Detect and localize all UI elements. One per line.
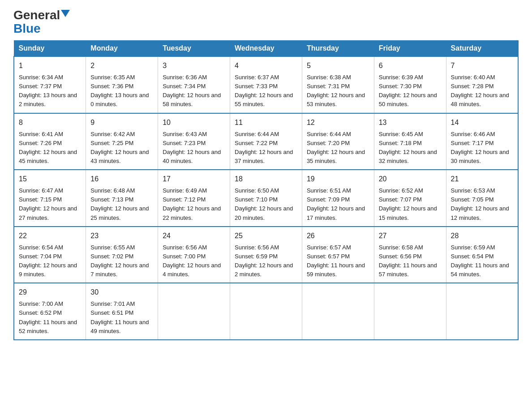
day-number: 16: [90, 174, 153, 184]
day-number: 23: [90, 231, 153, 241]
day-number: 2: [90, 60, 153, 71]
weekday-header-tuesday: Tuesday: [158, 41, 230, 57]
day-info: Sunrise: 6:41 AMSunset: 7:26 PMDaylight:…: [19, 130, 81, 166]
week-row-5: 29Sunrise: 7:00 AMSunset: 6:52 PMDayligh…: [14, 283, 518, 340]
day-number: 29: [19, 287, 81, 298]
calendar-cell: 3Sunrise: 6:36 AMSunset: 7:34 PMDaylight…: [158, 56, 230, 113]
day-number: 19: [307, 174, 369, 184]
weekday-header-row: SundayMondayTuesdayWednesdayThursdayFrid…: [14, 41, 518, 57]
day-number: 27: [379, 231, 442, 241]
day-info: Sunrise: 7:01 AMSunset: 6:51 PMDaylight:…: [90, 300, 153, 336]
calendar-cell: 20Sunrise: 6:52 AMSunset: 7:07 PMDayligh…: [374, 170, 446, 227]
weekday-header-saturday: Saturday: [446, 41, 518, 57]
day-number: 17: [163, 174, 225, 184]
day-info: Sunrise: 6:43 AMSunset: 7:23 PMDaylight:…: [163, 130, 225, 166]
day-info: Sunrise: 6:55 AMSunset: 7:02 PMDaylight:…: [90, 243, 153, 279]
day-info: Sunrise: 6:36 AMSunset: 7:34 PMDaylight:…: [163, 73, 225, 109]
calendar-cell: [374, 283, 446, 340]
day-number: 3: [163, 60, 225, 71]
logo: General Blue: [13, 9, 70, 36]
calendar-cell: 28Sunrise: 6:59 AMSunset: 6:54 PMDayligh…: [446, 227, 518, 283]
day-info: Sunrise: 6:45 AMSunset: 7:18 PMDaylight:…: [379, 130, 442, 166]
calendar-cell: 21Sunrise: 6:53 AMSunset: 7:05 PMDayligh…: [446, 170, 518, 227]
day-number: 1: [19, 60, 81, 71]
day-info: Sunrise: 6:34 AMSunset: 7:37 PMDaylight:…: [19, 73, 81, 109]
calendar-cell: 25Sunrise: 6:56 AMSunset: 6:59 PMDayligh…: [230, 227, 302, 283]
day-info: Sunrise: 6:57 AMSunset: 6:57 PMDaylight:…: [307, 243, 369, 279]
calendar-cell: 24Sunrise: 6:56 AMSunset: 7:00 PMDayligh…: [158, 227, 230, 283]
weekday-header-thursday: Thursday: [302, 41, 374, 57]
day-number: 14: [451, 117, 513, 128]
calendar-cell: [230, 283, 302, 340]
day-info: Sunrise: 6:49 AMSunset: 7:12 PMDaylight:…: [163, 186, 225, 223]
day-info: Sunrise: 6:51 AMSunset: 7:09 PMDaylight:…: [307, 186, 369, 223]
day-number: 30: [90, 287, 153, 298]
calendar-cell: 17Sunrise: 6:49 AMSunset: 7:12 PMDayligh…: [158, 170, 230, 227]
calendar-cell: 11Sunrise: 6:44 AMSunset: 7:22 PMDayligh…: [230, 113, 302, 170]
day-number: 8: [19, 117, 81, 128]
calendar-cell: 1Sunrise: 6:34 AMSunset: 7:37 PMDaylight…: [14, 56, 86, 113]
calendar-cell: 30Sunrise: 7:01 AMSunset: 6:51 PMDayligh…: [86, 283, 158, 340]
day-info: Sunrise: 6:50 AMSunset: 7:10 PMDaylight:…: [235, 186, 297, 223]
calendar-cell: 4Sunrise: 6:37 AMSunset: 7:33 PMDaylight…: [230, 56, 302, 113]
day-number: 10: [163, 117, 225, 128]
day-number: 28: [451, 231, 513, 241]
day-number: 20: [379, 174, 442, 184]
calendar-cell: 22Sunrise: 6:54 AMSunset: 7:04 PMDayligh…: [14, 227, 86, 283]
day-info: Sunrise: 6:42 AMSunset: 7:25 PMDaylight:…: [90, 130, 153, 166]
day-number: 13: [379, 117, 442, 128]
logo-general: General: [13, 9, 60, 21]
calendar-cell: 27Sunrise: 6:58 AMSunset: 6:56 PMDayligh…: [374, 227, 446, 283]
calendar-cell: 12Sunrise: 6:44 AMSunset: 7:20 PMDayligh…: [302, 113, 374, 170]
day-number: 11: [235, 117, 297, 128]
day-number: 15: [19, 174, 81, 184]
day-info: Sunrise: 6:56 AMSunset: 7:00 PMDaylight:…: [163, 243, 225, 279]
week-row-2: 8Sunrise: 6:41 AMSunset: 7:26 PMDaylight…: [14, 113, 518, 170]
calendar-cell: 29Sunrise: 7:00 AMSunset: 6:52 PMDayligh…: [14, 283, 86, 340]
calendar-cell: 9Sunrise: 6:42 AMSunset: 7:25 PMDaylight…: [86, 113, 158, 170]
calendar-cell: 7Sunrise: 6:40 AMSunset: 7:28 PMDaylight…: [446, 56, 518, 113]
calendar-cell: 26Sunrise: 6:57 AMSunset: 6:57 PMDayligh…: [302, 227, 374, 283]
day-number: 18: [235, 174, 297, 184]
day-info: Sunrise: 6:53 AMSunset: 7:05 PMDaylight:…: [451, 186, 513, 223]
calendar-cell: [158, 283, 230, 340]
day-number: 6: [379, 60, 442, 71]
logo-blue: Blue: [13, 21, 41, 35]
day-number: 5: [307, 60, 369, 71]
day-info: Sunrise: 6:40 AMSunset: 7:28 PMDaylight:…: [451, 73, 513, 109]
day-info: Sunrise: 6:56 AMSunset: 6:59 PMDaylight:…: [235, 243, 297, 279]
day-info: Sunrise: 6:44 AMSunset: 7:20 PMDaylight:…: [307, 130, 369, 166]
day-info: Sunrise: 6:44 AMSunset: 7:22 PMDaylight:…: [235, 130, 297, 166]
day-number: 9: [90, 117, 153, 128]
calendar-cell: 19Sunrise: 6:51 AMSunset: 7:09 PMDayligh…: [302, 170, 374, 227]
day-info: Sunrise: 6:38 AMSunset: 7:31 PMDaylight:…: [307, 73, 369, 109]
calendar-cell: 23Sunrise: 6:55 AMSunset: 7:02 PMDayligh…: [86, 227, 158, 283]
day-number: 24: [163, 231, 225, 241]
day-info: Sunrise: 6:46 AMSunset: 7:17 PMDaylight:…: [451, 130, 513, 166]
calendar-cell: 5Sunrise: 6:38 AMSunset: 7:31 PMDaylight…: [302, 56, 374, 113]
calendar-table: SundayMondayTuesdayWednesdayThursdayFrid…: [13, 40, 519, 340]
week-row-3: 15Sunrise: 6:47 AMSunset: 7:15 PMDayligh…: [14, 170, 518, 227]
weekday-header-wednesday: Wednesday: [230, 41, 302, 57]
calendar-cell: [446, 283, 518, 340]
page-header: General Blue: [13, 9, 519, 36]
day-info: Sunrise: 7:00 AMSunset: 6:52 PMDaylight:…: [19, 300, 81, 336]
calendar-cell: [302, 283, 374, 340]
day-info: Sunrise: 6:39 AMSunset: 7:30 PMDaylight:…: [379, 73, 442, 109]
day-info: Sunrise: 6:54 AMSunset: 7:04 PMDaylight:…: [19, 243, 81, 279]
day-info: Sunrise: 6:37 AMSunset: 7:33 PMDaylight:…: [235, 73, 297, 109]
day-number: 26: [307, 231, 369, 241]
calendar-cell: 15Sunrise: 6:47 AMSunset: 7:15 PMDayligh…: [14, 170, 86, 227]
day-info: Sunrise: 6:59 AMSunset: 6:54 PMDaylight:…: [451, 243, 513, 279]
calendar-cell: 10Sunrise: 6:43 AMSunset: 7:23 PMDayligh…: [158, 113, 230, 170]
day-number: 25: [235, 231, 297, 241]
day-info: Sunrise: 6:35 AMSunset: 7:36 PMDaylight:…: [90, 73, 153, 109]
week-row-1: 1Sunrise: 6:34 AMSunset: 7:37 PMDaylight…: [14, 56, 518, 113]
day-info: Sunrise: 6:52 AMSunset: 7:07 PMDaylight:…: [379, 186, 442, 223]
weekday-header-monday: Monday: [86, 41, 158, 57]
day-info: Sunrise: 6:47 AMSunset: 7:15 PMDaylight:…: [19, 186, 81, 223]
calendar-cell: 13Sunrise: 6:45 AMSunset: 7:18 PMDayligh…: [374, 113, 446, 170]
day-info: Sunrise: 6:48 AMSunset: 7:13 PMDaylight:…: [90, 186, 153, 223]
calendar-cell: 14Sunrise: 6:46 AMSunset: 7:17 PMDayligh…: [446, 113, 518, 170]
calendar-cell: 8Sunrise: 6:41 AMSunset: 7:26 PMDaylight…: [14, 113, 86, 170]
